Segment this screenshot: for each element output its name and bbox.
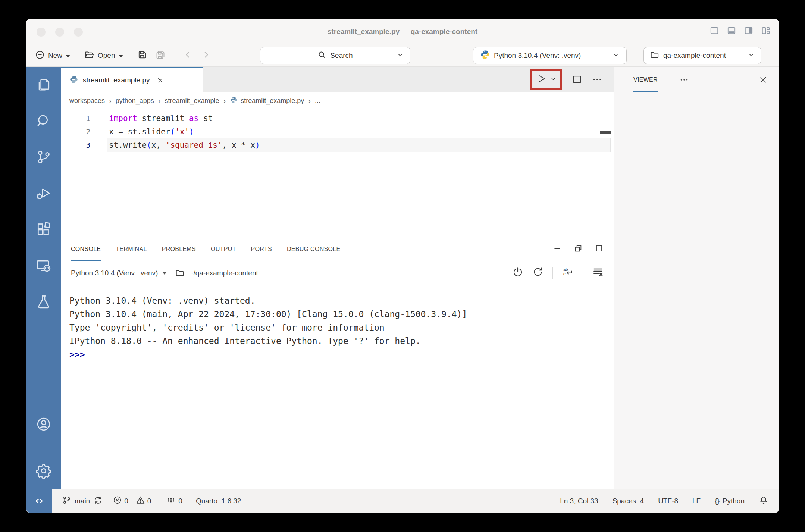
- viewer-more-actions-icon[interactable]: [679, 75, 689, 85]
- breadcrumb-item[interactable]: workspaces: [69, 97, 105, 105]
- run-file-button[interactable]: [535, 73, 546, 86]
- source-control-icon[interactable]: [35, 149, 52, 165]
- save-icon: [137, 50, 147, 62]
- minimize-window-button[interactable]: [55, 28, 64, 37]
- code-line[interactable]: x = st.slider('x'): [109, 125, 260, 138]
- shutdown-console-icon[interactable]: [512, 266, 523, 279]
- settings-gear-icon[interactable]: [35, 463, 52, 479]
- quarto-status[interactable]: Quarto: 1.6.32: [196, 497, 241, 505]
- testing-icon[interactable]: [35, 294, 52, 310]
- breadcrumb-item[interactable]: ...: [315, 97, 320, 105]
- run-debug-icon[interactable]: [35, 185, 52, 201]
- breadcrumb-item[interactable]: streamlit_example: [165, 97, 219, 105]
- tab-debug-console[interactable]: DEBUG CONSOLE: [287, 237, 341, 261]
- bell-icon[interactable]: [759, 495, 768, 507]
- new-button-label: New: [48, 51, 62, 60]
- code-line-active[interactable]: st.write(x, 'squared is', x * x): [109, 138, 260, 152]
- open-button[interactable]: Open: [84, 50, 123, 62]
- console-interpreter-dropdown[interactable]: Python 3.10.4 (Venv: .venv): [71, 269, 158, 277]
- breadcrumb-separator: ›: [109, 97, 112, 105]
- search-icon: [317, 50, 326, 61]
- search-label: Search: [330, 51, 353, 60]
- breadcrumb-separator: ›: [308, 97, 311, 105]
- run-options-chevron-icon[interactable]: [550, 75, 557, 84]
- workspace-picker[interactable]: qa-example-content: [643, 47, 761, 64]
- toolbar-separator: [130, 50, 130, 61]
- more-actions-icon[interactable]: [592, 74, 602, 85]
- error-icon: [113, 495, 122, 507]
- tab-problems[interactable]: PROBLEMS: [162, 237, 196, 261]
- clear-console-icon[interactable]: [592, 266, 604, 280]
- save-button[interactable]: [137, 50, 147, 62]
- problems-status[interactable]: 0 0: [113, 495, 151, 507]
- console-prompt[interactable]: >>>: [69, 348, 614, 361]
- toggle-secondary-sidebar-icon[interactable]: [744, 26, 754, 35]
- restore-panel-icon[interactable]: [573, 244, 583, 255]
- close-tab-icon[interactable]: [157, 77, 164, 84]
- line-number-gutter[interactable]: 1 2 3: [61, 112, 90, 152]
- remote-indicator[interactable]: [26, 489, 52, 513]
- bottom-panel: CONSOLE TERMINAL PROBLEMS OUTPUT PORTS D…: [61, 237, 614, 489]
- editor-tab-label: streamlit_example.py: [83, 76, 150, 84]
- breadcrumb-item-file[interactable]: streamlit_example.py: [230, 96, 304, 106]
- editor-tab[interactable]: streamlit_example.py: [61, 67, 203, 92]
- zoom-window-button[interactable]: [74, 28, 83, 37]
- toggle-panel-icon[interactable]: [727, 26, 736, 35]
- account-icon[interactable]: [35, 416, 52, 432]
- split-editor-icon[interactable]: [572, 74, 582, 85]
- console-toolbar: Python 3.10.4 (Venv: .venv) ~/qa-example…: [61, 261, 614, 285]
- interpreter-picker[interactable]: Python 3.10.4 (Venv: .venv): [473, 47, 627, 64]
- eol-setting[interactable]: LF: [692, 497, 701, 505]
- remote-explorer-icon[interactable]: [35, 257, 52, 274]
- folder-icon: [175, 268, 185, 278]
- new-button[interactable]: New: [35, 50, 70, 62]
- search-box[interactable]: Search: [260, 47, 410, 64]
- customize-layout-icon[interactable]: [761, 26, 771, 35]
- cursor-position[interactable]: Ln 3, Col 33: [560, 497, 598, 505]
- chevron-left-icon: [183, 50, 193, 62]
- explorer-icon[interactable]: [35, 76, 52, 93]
- close-window-button[interactable]: [37, 28, 46, 37]
- back-button[interactable]: [183, 50, 193, 62]
- chevron-down-icon: [119, 55, 123, 57]
- restart-console-icon[interactable]: [532, 266, 544, 279]
- open-folder-icon: [84, 50, 94, 62]
- chevron-down-icon: [66, 55, 70, 57]
- branch-icon: [62, 495, 71, 507]
- viewer-close-icon[interactable]: [759, 75, 768, 84]
- python-file-icon: [69, 75, 78, 86]
- encoding-setting[interactable]: UTF-8: [658, 497, 678, 505]
- breadcrumb-item[interactable]: python_apps: [116, 97, 154, 105]
- forward-button[interactable]: [201, 50, 211, 62]
- toggle-sidebar-icon[interactable]: [710, 26, 719, 35]
- python-logo-icon: [480, 50, 490, 62]
- code-lines: import streamlit as st x = st.slider('x'…: [109, 112, 260, 152]
- maximize-panel-icon[interactable]: [594, 244, 604, 255]
- console-line: IPython 8.18.0 -- An enhanced Interactiv…: [69, 334, 614, 348]
- git-branch-status[interactable]: main: [62, 495, 103, 507]
- folder-icon: [650, 50, 660, 62]
- tab-ports[interactable]: PORTS: [251, 237, 272, 261]
- minimize-panel-icon[interactable]: [552, 244, 562, 255]
- ports-status[interactable]: 0: [166, 495, 182, 507]
- tab-console[interactable]: CONSOLE: [71, 237, 101, 261]
- code-editor[interactable]: 1 2 3 import streamlit as st x = st.slid…: [61, 110, 614, 237]
- tab-terminal[interactable]: TERMINAL: [116, 237, 147, 261]
- working-directory[interactable]: ~/qa-example-content: [189, 269, 258, 277]
- line-number[interactable]: 2: [61, 125, 90, 138]
- line-number[interactable]: 1: [61, 112, 90, 125]
- extensions-icon[interactable]: [35, 221, 52, 238]
- save-all-button[interactable]: [155, 49, 166, 62]
- code-line[interactable]: import streamlit as st: [109, 112, 260, 125]
- line-number-active[interactable]: 3: [61, 138, 90, 152]
- app-window: streamlit_example.py — qa-example-conten…: [26, 19, 779, 513]
- word-wrap-icon[interactable]: ab c: [562, 266, 574, 280]
- editor-scrollbar-thumb[interactable]: [600, 131, 611, 134]
- console-line: Python 3.10.4 (main, Apr 22 2024, 17:30:…: [69, 307, 614, 321]
- indentation-setting[interactable]: Spaces: 4: [613, 497, 644, 505]
- search-sidebar-icon[interactable]: [35, 113, 52, 129]
- language-mode[interactable]: {} Python: [715, 497, 745, 505]
- breadcrumb-separator: ›: [158, 97, 161, 105]
- tab-viewer[interactable]: VIEWER: [633, 67, 658, 92]
- tab-output[interactable]: OUTPUT: [211, 237, 236, 261]
